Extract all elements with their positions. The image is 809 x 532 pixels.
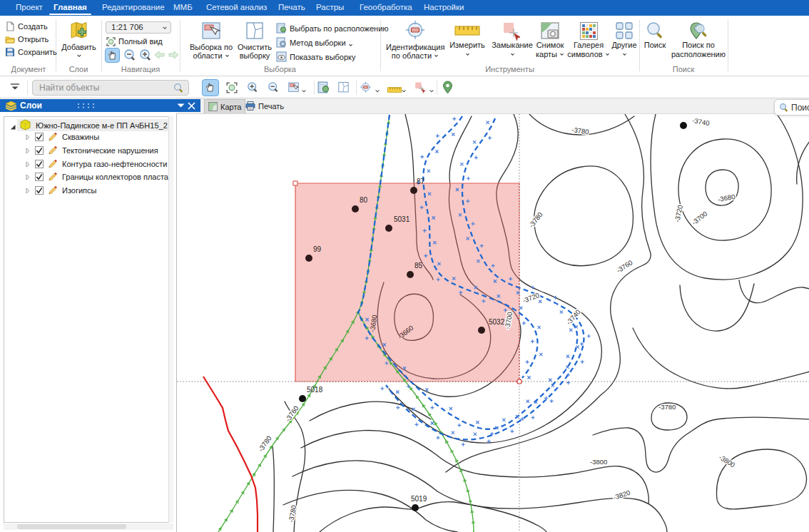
svg-text:5032: 5032 bbox=[489, 318, 505, 326]
svg-text:5019: 5019 bbox=[411, 495, 427, 503]
svg-text:-3780: -3780 bbox=[527, 210, 544, 229]
svg-text:-3780: -3780 bbox=[257, 434, 273, 453]
svg-text:-3780: -3780 bbox=[287, 504, 297, 523]
svg-text:-3740: -3740 bbox=[692, 116, 711, 127]
svg-text:5018: 5018 bbox=[307, 386, 323, 394]
svg-text:5031: 5031 bbox=[394, 215, 410, 223]
svg-text:87: 87 bbox=[417, 178, 425, 185]
svg-text:-3800: -3800 bbox=[590, 458, 607, 466]
svg-text:99: 99 bbox=[313, 245, 322, 253]
svg-text:-3820: -3820 bbox=[612, 488, 631, 501]
svg-text:80: 80 bbox=[360, 196, 368, 204]
svg-text:-3680: -3680 bbox=[717, 193, 736, 203]
svg-text:-3780: -3780 bbox=[658, 403, 676, 411]
svg-text:-3720: -3720 bbox=[673, 204, 684, 222]
svg-text:-3700: -3700 bbox=[690, 210, 708, 227]
svg-text:-3800: -3800 bbox=[718, 453, 736, 469]
svg-text:85: 85 bbox=[414, 262, 423, 270]
svg-text:-3720: -3720 bbox=[521, 291, 541, 305]
